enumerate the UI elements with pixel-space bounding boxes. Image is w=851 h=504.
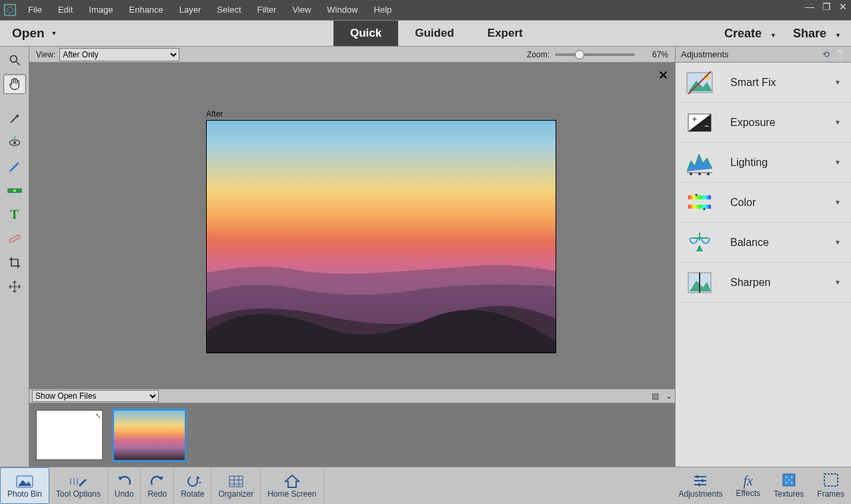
adjust-label: Exposure — [730, 117, 834, 129]
zoom-slider[interactable] — [555, 53, 635, 56]
svg-marker-42 — [197, 476, 200, 480]
bin-thumb-image[interactable] — [112, 409, 187, 462]
bottom-home[interactable]: Home Screen — [261, 467, 323, 504]
canvas-area: ✕ After — [29, 63, 675, 389]
mode-expert[interactable]: Expert — [471, 21, 540, 46]
view-strip: View: After Only Zoom: 67% — [29, 47, 675, 63]
adjust-label: Balance — [730, 237, 834, 249]
share-button[interactable]: Share ▼ — [793, 27, 841, 41]
undo-icon — [116, 473, 132, 489]
tool-hand[interactable] — [3, 74, 26, 94]
menu-window[interactable]: Window — [319, 5, 365, 15]
bottom-organizer[interactable]: Organizer — [211, 467, 261, 504]
tool-move[interactable] — [3, 277, 26, 297]
bottom-photobin[interactable]: Photo Bin — [0, 467, 49, 504]
svg-point-41 — [188, 477, 197, 486]
svg-rect-23 — [688, 195, 711, 199]
menu-layer[interactable]: Layer — [171, 5, 209, 15]
menu-file[interactable]: File — [20, 5, 50, 15]
panel-title: Adjustments — [681, 49, 729, 59]
bottom-frames[interactable]: Frames — [810, 467, 851, 504]
close-document-icon[interactable]: ✕ — [658, 68, 668, 83]
document-image[interactable] — [206, 120, 556, 353]
tool-whiten[interactable] — [3, 157, 26, 177]
menu-edit[interactable]: Edit — [50, 5, 81, 15]
organizer-icon — [228, 473, 244, 489]
bottom-textures[interactable]: Textures — [767, 467, 810, 504]
share-label: Share — [793, 27, 826, 40]
tool-straighten[interactable] — [3, 181, 26, 201]
smartfix-icon — [686, 69, 714, 97]
svg-text:−: − — [704, 121, 709, 131]
open-label: Open — [12, 26, 45, 41]
adjust-color[interactable]: Color▼ — [676, 183, 851, 223]
view-select[interactable]: After Only — [59, 48, 179, 61]
menu-help[interactable]: Help — [366, 5, 400, 15]
create-label: Create — [724, 27, 762, 40]
tool-text[interactable]: T — [3, 205, 26, 225]
redo-icon — [149, 473, 165, 489]
menu-select[interactable]: Select — [209, 5, 249, 15]
menu-view[interactable]: View — [284, 5, 319, 15]
open-button[interactable]: Open ▼ — [0, 21, 120, 46]
bottom-effects[interactable]: fxEffects — [730, 467, 767, 504]
app-logo-icon — [0, 0, 20, 20]
menu-enhance[interactable]: Enhance — [121, 5, 171, 15]
bottom-adjustments[interactable]: Adjustments — [672, 467, 729, 504]
textures-icon — [782, 473, 796, 489]
help-icon[interactable]: ❔ — [835, 49, 846, 59]
svg-rect-44 — [229, 476, 243, 487]
bin-thumb-blank[interactable]: ⤡ — [36, 410, 103, 460]
zoom-thumb[interactable] — [575, 50, 584, 59]
svg-point-22 — [707, 173, 710, 175]
tool-quicksel[interactable] — [3, 109, 26, 129]
tool-zoom[interactable] — [3, 50, 26, 70]
modebar: Open ▼ QuickGuidedExpert Create ▼ Share … — [0, 20, 851, 47]
svg-line-38 — [80, 480, 85, 485]
svg-point-59 — [788, 479, 790, 481]
expand-icon: ⤡ — [95, 412, 101, 419]
mode-guided[interactable]: Guided — [398, 21, 471, 46]
tool-spotheal[interactable] — [3, 229, 26, 249]
adjust-sharpen[interactable]: Sharpen▼ — [676, 263, 851, 303]
bin-selector[interactable]: Show Open Files — [32, 390, 159, 402]
svg-marker-43 — [199, 481, 201, 483]
tool-crop[interactable] — [3, 253, 26, 273]
menubar: FileEditImageEnhanceLayerSelectFilterVie… — [0, 0, 851, 20]
svg-line-3 — [11, 117, 17, 123]
tool-redeye[interactable] — [3, 133, 26, 153]
view-label: View: — [36, 50, 55, 59]
svg-marker-49 — [285, 475, 299, 487]
adjust-balance[interactable]: Balance▼ — [676, 223, 851, 263]
bottom-redo[interactable]: Redo — [141, 467, 174, 504]
color-icon — [686, 189, 714, 217]
chevron-down-icon: ▼ — [835, 32, 841, 39]
bin-menu-icon[interactable]: ▤ — [652, 391, 659, 401]
tool-strip: T — [0, 47, 29, 467]
bin-chevron-icon[interactable]: ⌄ — [666, 391, 672, 401]
mode-quick[interactable]: Quick — [333, 21, 398, 46]
bottom-tooloptions[interactable]: Tool Options — [49, 467, 108, 504]
after-label: After — [206, 109, 556, 119]
adjust-exposure[interactable]: +−Exposure▼ — [676, 103, 851, 143]
svg-line-2 — [16, 62, 19, 65]
reset-icon[interactable]: ⟲ — [822, 49, 830, 59]
svg-point-61 — [791, 482, 792, 483]
lighting-icon — [686, 149, 714, 177]
create-button[interactable]: Create ▼ — [724, 27, 776, 41]
zoom-percent: 67% — [644, 50, 668, 59]
menu-filter[interactable]: Filter — [249, 5, 285, 15]
menu-image[interactable]: Image — [81, 5, 121, 15]
adjust-smartfix[interactable]: Smart Fix▼ — [676, 63, 851, 103]
adjust-lighting[interactable]: Lighting▼ — [676, 143, 851, 183]
adjustments-panel: Adjustments ⟲ ❔ Smart Fix▼+−Exposure▼Lig… — [675, 47, 851, 467]
svg-point-60 — [786, 482, 787, 483]
maximize-icon[interactable]: ❐ — [822, 1, 831, 12]
svg-point-58 — [791, 477, 792, 478]
bottom-undo[interactable]: Undo — [108, 467, 141, 504]
chevron-down-icon: ▼ — [834, 239, 841, 246]
minimize-icon[interactable]: — — [805, 1, 814, 12]
close-icon[interactable]: ✕ — [839, 1, 847, 12]
chevron-down-icon: ▼ — [770, 32, 776, 39]
bottom-rotate[interactable]: Rotate — [174, 467, 211, 504]
